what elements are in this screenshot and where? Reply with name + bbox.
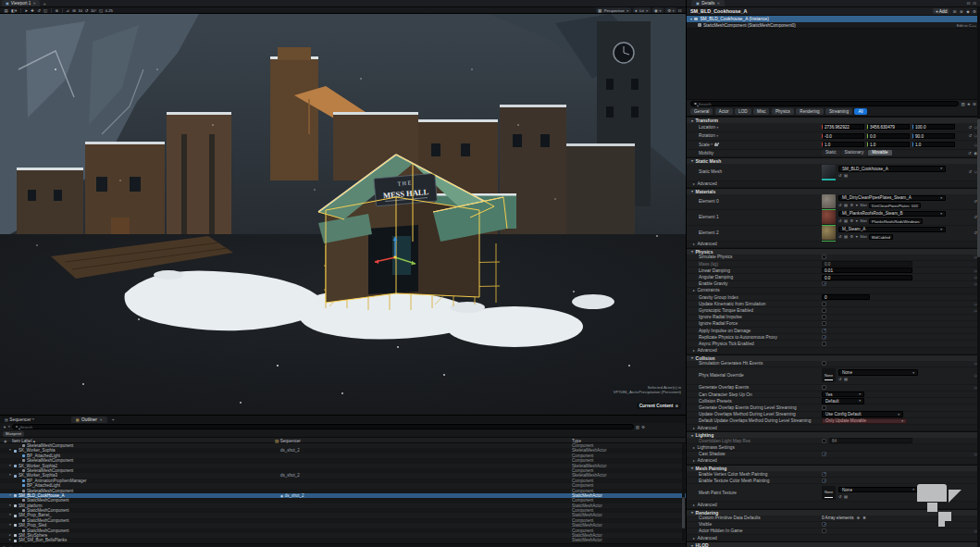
rotate-tool-icon[interactable]: ↺ — [36, 7, 43, 14]
checkbox[interactable] — [822, 361, 826, 366]
3d-viewport[interactable]: THE MESS HALL — [0, 14, 686, 415]
reset-icon[interactable]: ↺ — [968, 169, 972, 174]
world-local-toggle-icon[interactable]: ⊕ — [54, 7, 60, 14]
tab-viewport[interactable]: ▣ Viewport 1 ✕ — [2, 0, 40, 6]
section-lighting[interactable]: ▾Lighting — [687, 431, 980, 438]
location-y-field[interactable]: 3456.630479 — [867, 124, 910, 130]
materials-advanced-group[interactable]: ▸Advanced — [687, 242, 980, 248]
rotation-y-field[interactable]: 0.0 — [867, 133, 910, 139]
add-element-icon[interactable]: ⊕ — [856, 516, 860, 520]
value-field[interactable]: 0 — [822, 294, 870, 300]
section-transform[interactable]: ▾ Transform — [687, 117, 980, 123]
mode-dropdown-icon[interactable]: ◧▾ — [9, 7, 19, 14]
new-tab-icon[interactable]: + — [42, 1, 48, 6]
dropdown[interactable]: Yes▾ — [822, 392, 864, 398]
group-advanced[interactable]: ▸Advanced — [687, 535, 980, 541]
scale-tool-icon[interactable]: ◱ — [43, 7, 49, 14]
rotation-snap-value[interactable]: 10° — [90, 8, 97, 13]
reset-icon[interactable]: ↺ — [968, 151, 972, 155]
material-thumbnail[interactable] — [822, 210, 836, 224]
maximize-viewport-icon[interactable]: ⊡ — [676, 7, 683, 14]
favorite-icon[interactable]: ◆ — [966, 9, 969, 14]
blueprint-icon[interactable]: ⊞ — [953, 9, 957, 14]
material-thumbnail[interactable] — [822, 194, 836, 208]
lit-mode-dropdown[interactable]: ● Lit ▾ — [633, 7, 651, 13]
use-selected-icon[interactable]: ↺ — [838, 218, 842, 223]
browse-icon[interactable]: ▤ — [844, 494, 848, 499]
filter-pill-actor[interactable]: Actor — [715, 108, 733, 115]
grid-snap-icon[interactable]: ⊞ — [71, 7, 78, 14]
section-hlod[interactable]: ▾HLOD — [687, 541, 980, 547]
world-icon[interactable]: ⊕ — [960, 9, 963, 14]
reset-icon[interactable]: ↺ — [968, 125, 972, 130]
group-constraints[interactable]: ▸Constraints — [687, 288, 980, 294]
current-content-button[interactable]: Current Content ⚙ — [637, 403, 681, 409]
scale-y-field[interactable]: 1.0 — [867, 142, 910, 147]
outliner-row[interactable]: ▸SM_SM_Bun_BellsPlanksStaticMeshActor — [0, 538, 686, 542]
gear-icon[interactable]: ⚙ — [973, 9, 976, 14]
browse-icon[interactable]: ▤ — [844, 218, 848, 223]
dropdown[interactable]: Use Config Default▾ — [822, 411, 903, 417]
grid-snap-value[interactable]: 10 — [77, 8, 83, 13]
material-options-icon[interactable]: ⚙ — [850, 234, 853, 239]
checkbox[interactable] — [822, 255, 826, 259]
group-advanced[interactable]: ▸Advanced — [687, 348, 980, 354]
checkbox[interactable] — [822, 315, 826, 319]
browse-icon[interactable]: ▤ — [844, 377, 848, 381]
sequencer-button[interactable]: ▤ Sequencer ▾ — [2, 417, 37, 422]
filter-pill-lod[interactable]: LOD — [735, 108, 751, 115]
checkbox[interactable] — [822, 405, 826, 410]
mobility-static[interactable]: Static — [822, 150, 840, 156]
scale-snap-icon[interactable]: ◱ — [97, 7, 104, 14]
gear-icon[interactable]: ⚙ — [641, 425, 645, 429]
location-x-field[interactable]: 2736.962922 — [822, 124, 864, 130]
close-icon[interactable]: ✕ — [717, 1, 720, 6]
scale-label[interactable]: Scale ▾ — [687, 143, 822, 147]
maximize-icon[interactable]: ⊡ — [973, 1, 976, 6]
static-mesh-thumbnail[interactable] — [822, 165, 836, 179]
rotation-snap-icon[interactable]: ↺ — [83, 7, 90, 14]
scale-snap-value[interactable]: 0.25 — [105, 8, 114, 13]
tab-outliner[interactable]: ▦ Outliner ✕ — [71, 416, 107, 423]
checkbox[interactable] — [822, 308, 826, 313]
checkbox[interactable] — [822, 528, 826, 533]
material-dropdown[interactable]: M_Steam_A▾ — [838, 227, 946, 233]
filter-icon[interactable]: ▼ — [3, 425, 6, 429]
section-collision[interactable]: ▾Collision — [687, 354, 980, 361]
value-field[interactable]: 0.01 — [822, 267, 912, 273]
checkbox[interactable] — [822, 329, 826, 333]
favorites-icon[interactable]: ★ — [967, 102, 971, 106]
close-icon[interactable]: ✕ — [99, 417, 102, 422]
edit-in-cpp-link[interactable]: Edit in C++ — [957, 23, 976, 28]
outliner-search-input[interactable]: Search — [12, 424, 634, 429]
mobility-stationary[interactable]: Stationary — [841, 150, 868, 156]
save-icon[interactable]: ▤ — [3, 7, 9, 14]
use-selected-icon[interactable]: ↺ — [838, 234, 842, 239]
rotation-x-field[interactable]: -0.0 — [822, 133, 864, 139]
gear-icon[interactable]: ⚙ — [973, 102, 976, 106]
checkbox[interactable] — [822, 302, 826, 306]
filter-pill-rendering[interactable]: Rendering — [796, 108, 823, 115]
viewport-settings-dropdown[interactable]: ⚙ ▾ — [665, 7, 676, 13]
asset-thumbnail[interactable]: None — [822, 368, 836, 382]
filter-pill-misc[interactable]: Misc — [753, 108, 769, 115]
move-tool-icon[interactable]: ✚ — [30, 7, 36, 14]
filter-pill-physics[interactable]: Physics — [772, 108, 794, 115]
display-filter-icon[interactable]: ▥ — [961, 102, 964, 106]
value-field[interactable]: 0.0 — [822, 275, 912, 280]
filter-pill-streaming[interactable]: Streaming — [825, 108, 852, 115]
filter-pill-all[interactable]: All — [854, 108, 866, 115]
static-mesh-dropdown[interactable]: SM_BLD_Cookhouse_A▾ — [838, 166, 946, 172]
checkbox[interactable] — [822, 321, 826, 326]
rotation-label[interactable]: Rotation ▾ — [687, 133, 822, 138]
caret-collapsed-icon[interactable]: ▸ — [9, 538, 11, 542]
checkbox[interactable] — [822, 522, 826, 527]
value-field[interactable]: 64 — [829, 438, 912, 443]
dock-icon[interactable]: ⊟ — [967, 1, 971, 6]
static-mesh-advanced-group[interactable]: ▸Advanced — [687, 181, 980, 188]
use-selected-icon[interactable]: ↺ — [838, 494, 842, 499]
new-tab-icon[interactable]: + — [110, 416, 117, 422]
scale-x-field[interactable]: 1.0 — [822, 142, 864, 147]
use-selected-icon[interactable]: ↺ — [838, 173, 842, 178]
view-options-icon[interactable]: ▥ — [636, 425, 639, 429]
